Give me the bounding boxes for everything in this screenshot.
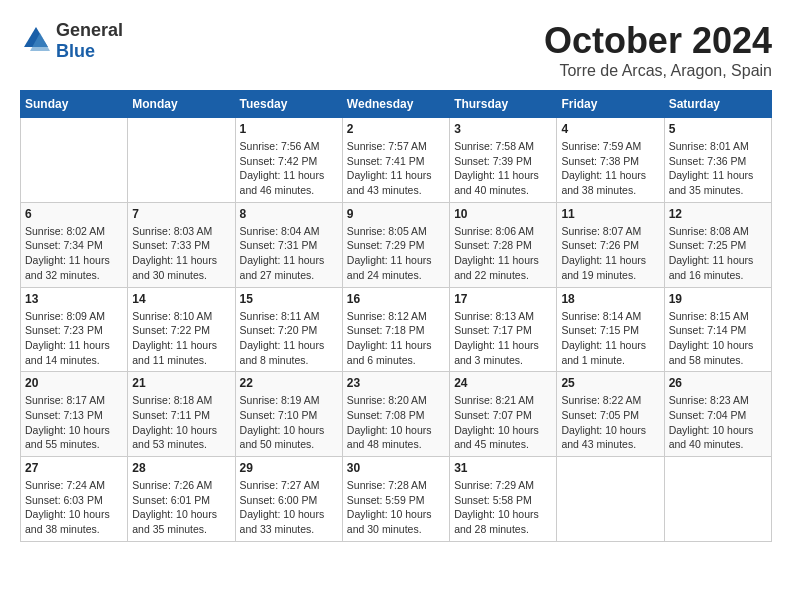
day-info: Sunrise: 7:26 AM Sunset: 6:01 PM Dayligh… [132, 478, 230, 537]
day-info: Sunrise: 8:19 AM Sunset: 7:10 PM Dayligh… [240, 393, 338, 452]
logo-text: General Blue [56, 20, 123, 62]
week-row-3: 20Sunrise: 8:17 AM Sunset: 7:13 PM Dayli… [21, 372, 772, 457]
day-number: 16 [347, 292, 445, 306]
day-info: Sunrise: 7:59 AM Sunset: 7:38 PM Dayligh… [561, 139, 659, 198]
day-info: Sunrise: 8:03 AM Sunset: 7:33 PM Dayligh… [132, 224, 230, 283]
day-number: 1 [240, 122, 338, 136]
calendar-cell: 17Sunrise: 8:13 AM Sunset: 7:17 PM Dayli… [450, 287, 557, 372]
calendar-cell: 16Sunrise: 8:12 AM Sunset: 7:18 PM Dayli… [342, 287, 449, 372]
logo-general: General [56, 20, 123, 40]
day-info: Sunrise: 8:22 AM Sunset: 7:05 PM Dayligh… [561, 393, 659, 452]
calendar-cell: 3Sunrise: 7:58 AM Sunset: 7:39 PM Daylig… [450, 118, 557, 203]
calendar-cell: 25Sunrise: 8:22 AM Sunset: 7:05 PM Dayli… [557, 372, 664, 457]
day-info: Sunrise: 7:24 AM Sunset: 6:03 PM Dayligh… [25, 478, 123, 537]
day-number: 2 [347, 122, 445, 136]
day-number: 3 [454, 122, 552, 136]
day-number: 23 [347, 376, 445, 390]
day-info: Sunrise: 8:18 AM Sunset: 7:11 PM Dayligh… [132, 393, 230, 452]
day-info: Sunrise: 8:05 AM Sunset: 7:29 PM Dayligh… [347, 224, 445, 283]
day-info: Sunrise: 8:04 AM Sunset: 7:31 PM Dayligh… [240, 224, 338, 283]
day-number: 21 [132, 376, 230, 390]
calendar-cell: 5Sunrise: 8:01 AM Sunset: 7:36 PM Daylig… [664, 118, 771, 203]
day-number: 18 [561, 292, 659, 306]
day-number: 11 [561, 207, 659, 221]
calendar-cell: 12Sunrise: 8:08 AM Sunset: 7:25 PM Dayli… [664, 202, 771, 287]
day-number: 12 [669, 207, 767, 221]
calendar-cell: 14Sunrise: 8:10 AM Sunset: 7:22 PM Dayli… [128, 287, 235, 372]
day-number: 19 [669, 292, 767, 306]
day-number: 7 [132, 207, 230, 221]
week-row-0: 1Sunrise: 7:56 AM Sunset: 7:42 PM Daylig… [21, 118, 772, 203]
day-info: Sunrise: 7:27 AM Sunset: 6:00 PM Dayligh… [240, 478, 338, 537]
day-number: 6 [25, 207, 123, 221]
weekday-header-thursday: Thursday [450, 91, 557, 118]
day-number: 31 [454, 461, 552, 475]
day-info: Sunrise: 7:28 AM Sunset: 5:59 PM Dayligh… [347, 478, 445, 537]
calendar-cell: 18Sunrise: 8:14 AM Sunset: 7:15 PM Dayli… [557, 287, 664, 372]
calendar-cell: 4Sunrise: 7:59 AM Sunset: 7:38 PM Daylig… [557, 118, 664, 203]
day-number: 29 [240, 461, 338, 475]
calendar-cell: 11Sunrise: 8:07 AM Sunset: 7:26 PM Dayli… [557, 202, 664, 287]
weekday-header-sunday: Sunday [21, 91, 128, 118]
logo: General Blue [20, 20, 123, 62]
day-number: 4 [561, 122, 659, 136]
calendar-cell: 9Sunrise: 8:05 AM Sunset: 7:29 PM Daylig… [342, 202, 449, 287]
day-info: Sunrise: 8:14 AM Sunset: 7:15 PM Dayligh… [561, 309, 659, 368]
calendar-cell: 29Sunrise: 7:27 AM Sunset: 6:00 PM Dayli… [235, 457, 342, 542]
calendar-cell [557, 457, 664, 542]
day-number: 24 [454, 376, 552, 390]
weekday-header-monday: Monday [128, 91, 235, 118]
calendar-cell: 27Sunrise: 7:24 AM Sunset: 6:03 PM Dayli… [21, 457, 128, 542]
day-number: 13 [25, 292, 123, 306]
calendar-cell: 2Sunrise: 7:57 AM Sunset: 7:41 PM Daylig… [342, 118, 449, 203]
weekday-header-friday: Friday [557, 91, 664, 118]
day-info: Sunrise: 8:15 AM Sunset: 7:14 PM Dayligh… [669, 309, 767, 368]
day-number: 15 [240, 292, 338, 306]
logo-blue: Blue [56, 41, 95, 61]
calendar-cell [128, 118, 235, 203]
day-info: Sunrise: 8:11 AM Sunset: 7:20 PM Dayligh… [240, 309, 338, 368]
day-info: Sunrise: 8:02 AM Sunset: 7:34 PM Dayligh… [25, 224, 123, 283]
calendar-cell: 26Sunrise: 8:23 AM Sunset: 7:04 PM Dayli… [664, 372, 771, 457]
location-title: Torre de Arcas, Aragon, Spain [544, 62, 772, 80]
week-row-2: 13Sunrise: 8:09 AM Sunset: 7:23 PM Dayli… [21, 287, 772, 372]
day-number: 5 [669, 122, 767, 136]
week-row-1: 6Sunrise: 8:02 AM Sunset: 7:34 PM Daylig… [21, 202, 772, 287]
day-number: 14 [132, 292, 230, 306]
calendar-cell: 21Sunrise: 8:18 AM Sunset: 7:11 PM Dayli… [128, 372, 235, 457]
day-number: 30 [347, 461, 445, 475]
logo-icon [20, 23, 52, 59]
day-number: 27 [25, 461, 123, 475]
day-info: Sunrise: 7:58 AM Sunset: 7:39 PM Dayligh… [454, 139, 552, 198]
weekday-header-wednesday: Wednesday [342, 91, 449, 118]
day-info: Sunrise: 7:29 AM Sunset: 5:58 PM Dayligh… [454, 478, 552, 537]
calendar-table: SundayMondayTuesdayWednesdayThursdayFrid… [20, 90, 772, 542]
day-info: Sunrise: 8:07 AM Sunset: 7:26 PM Dayligh… [561, 224, 659, 283]
page-header: General Blue October 2024 Torre de Arcas… [20, 20, 772, 80]
calendar-cell: 6Sunrise: 8:02 AM Sunset: 7:34 PM Daylig… [21, 202, 128, 287]
calendar-cell: 7Sunrise: 8:03 AM Sunset: 7:33 PM Daylig… [128, 202, 235, 287]
day-number: 22 [240, 376, 338, 390]
weekday-header-row: SundayMondayTuesdayWednesdayThursdayFrid… [21, 91, 772, 118]
day-info: Sunrise: 8:21 AM Sunset: 7:07 PM Dayligh… [454, 393, 552, 452]
day-info: Sunrise: 8:12 AM Sunset: 7:18 PM Dayligh… [347, 309, 445, 368]
day-number: 28 [132, 461, 230, 475]
day-info: Sunrise: 8:23 AM Sunset: 7:04 PM Dayligh… [669, 393, 767, 452]
day-info: Sunrise: 8:10 AM Sunset: 7:22 PM Dayligh… [132, 309, 230, 368]
title-area: October 2024 Torre de Arcas, Aragon, Spa… [544, 20, 772, 80]
calendar-cell: 20Sunrise: 8:17 AM Sunset: 7:13 PM Dayli… [21, 372, 128, 457]
day-number: 10 [454, 207, 552, 221]
calendar-cell [664, 457, 771, 542]
month-title: October 2024 [544, 20, 772, 62]
calendar-cell: 10Sunrise: 8:06 AM Sunset: 7:28 PM Dayli… [450, 202, 557, 287]
week-row-4: 27Sunrise: 7:24 AM Sunset: 6:03 PM Dayli… [21, 457, 772, 542]
day-info: Sunrise: 8:20 AM Sunset: 7:08 PM Dayligh… [347, 393, 445, 452]
day-number: 20 [25, 376, 123, 390]
day-number: 26 [669, 376, 767, 390]
calendar-cell: 31Sunrise: 7:29 AM Sunset: 5:58 PM Dayli… [450, 457, 557, 542]
calendar-cell: 22Sunrise: 8:19 AM Sunset: 7:10 PM Dayli… [235, 372, 342, 457]
calendar-cell [21, 118, 128, 203]
calendar-cell: 19Sunrise: 8:15 AM Sunset: 7:14 PM Dayli… [664, 287, 771, 372]
calendar-cell: 1Sunrise: 7:56 AM Sunset: 7:42 PM Daylig… [235, 118, 342, 203]
calendar-cell: 15Sunrise: 8:11 AM Sunset: 7:20 PM Dayli… [235, 287, 342, 372]
